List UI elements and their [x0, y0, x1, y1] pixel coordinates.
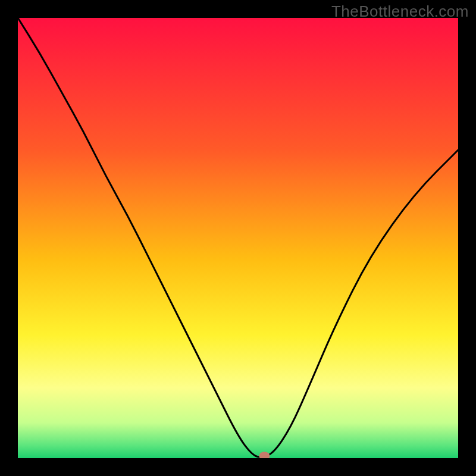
watermark-text: TheBottleneck.com	[331, 2, 469, 21]
chart-frame: TheBottleneck.com	[0, 0, 476, 476]
plot-area	[18, 18, 458, 458]
chart-svg	[18, 18, 458, 458]
gradient-background	[18, 18, 458, 458]
